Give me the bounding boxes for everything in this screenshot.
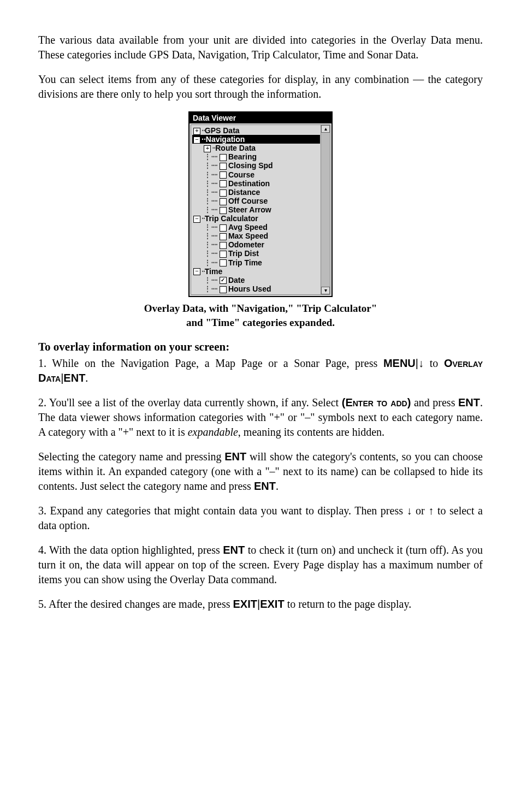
- checkbox-icon[interactable]: [220, 233, 227, 240]
- label-course: Course: [228, 170, 254, 179]
- step-5: 5. After the desired changes are made, p…: [38, 597, 483, 612]
- label-trip-time: Trip Time: [228, 258, 262, 267]
- label-distance: Distance: [228, 188, 260, 197]
- step1-to: to: [424, 357, 444, 369]
- tree-course[interactable]: ⋮···· Course: [192, 170, 320, 179]
- step2-text-b: and press: [411, 396, 458, 408]
- checkbox-icon[interactable]: [220, 259, 227, 266]
- label-bearing: Bearing: [228, 152, 257, 161]
- key-menu: MENU: [383, 357, 416, 369]
- figure-caption: Overlay Data, with "Navigation," "Trip C…: [38, 301, 483, 329]
- label-steer-arrow: Steer Arrow: [228, 205, 271, 214]
- expandable-term: expandable: [188, 426, 238, 438]
- tree-gps-data[interactable]: +··GPS Data: [192, 126, 320, 135]
- caption-line-1: Overlay Data, with "Navigation," "Trip C…: [144, 303, 377, 314]
- section-heading: To overlay information on your screen:: [38, 339, 483, 354]
- tree-avg-speed[interactable]: ⋮···· Avg Speed: [192, 223, 320, 232]
- checkbox-checked-icon[interactable]: ✓: [220, 277, 227, 284]
- label-navigation: Navigation: [206, 135, 245, 144]
- checkbox-icon[interactable]: [220, 251, 227, 258]
- down-arrow-icon: [407, 505, 412, 517]
- tree-odometer[interactable]: ⋮···· Odometer: [192, 240, 320, 249]
- expander-minus-icon[interactable]: −: [193, 216, 200, 223]
- para-selecting: Selecting the category name and pressing…: [38, 449, 483, 494]
- label-avg-speed: Avg Speed: [228, 223, 268, 232]
- tree-trip-dist[interactable]: ⋮···· Trip Dist: [192, 249, 320, 258]
- scrollbar[interactable]: ▴ ▾: [321, 125, 330, 294]
- tree-trip-time[interactable]: ⋮···· Trip Time: [192, 258, 320, 267]
- data-viewer-window: Data Viewer ▴ ▾ +··GPS Data −··Navigatio…: [188, 111, 333, 297]
- checkbox-icon[interactable]: [220, 154, 227, 161]
- label-trip-dist: Trip Dist: [228, 249, 259, 258]
- step-3: 3. Expand any categories that might cont…: [38, 503, 483, 533]
- label-gps-data: GPS Data: [205, 126, 240, 135]
- period: .: [85, 372, 88, 384]
- step-2: 2. You'll see a list of the overlay data…: [38, 395, 483, 440]
- down-arrow-icon: [418, 357, 424, 369]
- tree-off-course[interactable]: ⋮···· Off Course: [192, 197, 320, 205]
- key-ent: ENT: [63, 372, 85, 384]
- key-ent: ENT: [223, 544, 245, 556]
- tree-navigation[interactable]: −··Navigation: [192, 135, 320, 144]
- label-time: Time: [205, 267, 222, 276]
- tree-content: +··GPS Data −··Navigation +··Route Data …: [191, 125, 330, 294]
- tree-bearing[interactable]: ⋮···· Bearing: [192, 152, 320, 161]
- step2-text-a: 2. You'll see a list of the overlay data…: [38, 396, 342, 408]
- tree-destination[interactable]: ⋮···· Destination: [192, 179, 320, 188]
- expander-plus-icon[interactable]: +: [193, 128, 200, 135]
- label-trip-calculator: Trip Calculator: [205, 214, 258, 223]
- checkbox-icon[interactable]: [220, 163, 227, 170]
- step3-text-a: 3. Expand any categories that might cont…: [38, 505, 407, 517]
- tree-time[interactable]: −··Time: [192, 267, 320, 276]
- para3-text-a: Selecting the category name and pressing: [38, 451, 224, 463]
- tree-distance[interactable]: ⋮···· Distance: [192, 188, 320, 197]
- key-exit: EXIT: [233, 598, 257, 610]
- caption-line-2: and "Time" categories expanded.: [186, 317, 335, 328]
- intro-para-2: You can select items from any of these c…: [38, 72, 483, 102]
- checkbox-icon[interactable]: [220, 242, 227, 249]
- step1-text-a: 1. While on the Navigation Page, a Map P…: [38, 357, 383, 369]
- label-odometer: Odometer: [228, 240, 264, 249]
- step2-text-d: , meaning its contents are hidden.: [238, 426, 384, 438]
- tree-route-data[interactable]: +··Route Data: [192, 144, 320, 152]
- key-ent: ENT: [458, 396, 480, 408]
- tree-closing-spd[interactable]: ⋮···· Closing Spd: [192, 161, 320, 170]
- tree-date[interactable]: ⋮···· ✓Date: [192, 276, 320, 285]
- step-1: 1. While on the Navigation Page, a Map P…: [38, 356, 483, 386]
- period: .: [276, 480, 279, 492]
- label-off-course: Off Course: [228, 197, 268, 205]
- label-hours-used: Hours Used: [228, 285, 271, 293]
- tree-trip-calculator[interactable]: −··Trip Calculator: [192, 214, 320, 223]
- expander-minus-icon[interactable]: −: [193, 137, 200, 144]
- expander-minus-icon[interactable]: −: [193, 268, 200, 275]
- tree-max-speed[interactable]: ⋮···· Max Speed: [192, 232, 320, 240]
- expander-plus-icon[interactable]: +: [204, 145, 211, 152]
- label-route-data: Route Data: [215, 144, 256, 152]
- step-4: 4. With the data option highlighted, pre…: [38, 543, 483, 587]
- checkbox-icon[interactable]: [220, 189, 227, 197]
- label-closing-spd: Closing Spd: [228, 161, 273, 170]
- key-ent: ENT: [224, 451, 246, 463]
- intro-para-1: The various data available from your uni…: [38, 33, 483, 62]
- step3-or: or: [412, 505, 429, 517]
- data-viewer-body: ▴ ▾ +··GPS Data −··Navigation +··Route D…: [191, 125, 330, 295]
- step5-text-b: to return to the page display.: [285, 598, 412, 610]
- tree-steer-arrow[interactable]: ⋮···· Steer Arrow: [192, 205, 320, 214]
- checkbox-icon[interactable]: [220, 224, 227, 232]
- scroll-down-arrow-icon[interactable]: ▾: [321, 287, 330, 294]
- tree-hours-used[interactable]: ⋮···· Hours Used: [192, 285, 320, 293]
- data-viewer-title: Data Viewer: [190, 112, 331, 123]
- step4-text-a: 4. With the data option highlighted, pre…: [38, 544, 223, 556]
- checkbox-icon[interactable]: [220, 180, 227, 187]
- checkbox-icon[interactable]: [220, 171, 227, 179]
- checkbox-icon[interactable]: [220, 198, 227, 205]
- up-arrow-icon: [428, 505, 434, 517]
- key-exit: EXIT: [260, 598, 284, 610]
- data-viewer-figure: Data Viewer ▴ ▾ +··GPS Data −··Navigatio…: [38, 111, 483, 297]
- step5-text-a: 5. After the desired changes are made, p…: [38, 598, 233, 610]
- key-enter-to-add: (Enter to add): [342, 396, 411, 408]
- checkbox-icon[interactable]: [220, 207, 227, 214]
- checkbox-icon[interactable]: [220, 286, 227, 293]
- scroll-up-arrow-icon[interactable]: ▴: [321, 125, 330, 133]
- label-date: Date: [228, 276, 245, 285]
